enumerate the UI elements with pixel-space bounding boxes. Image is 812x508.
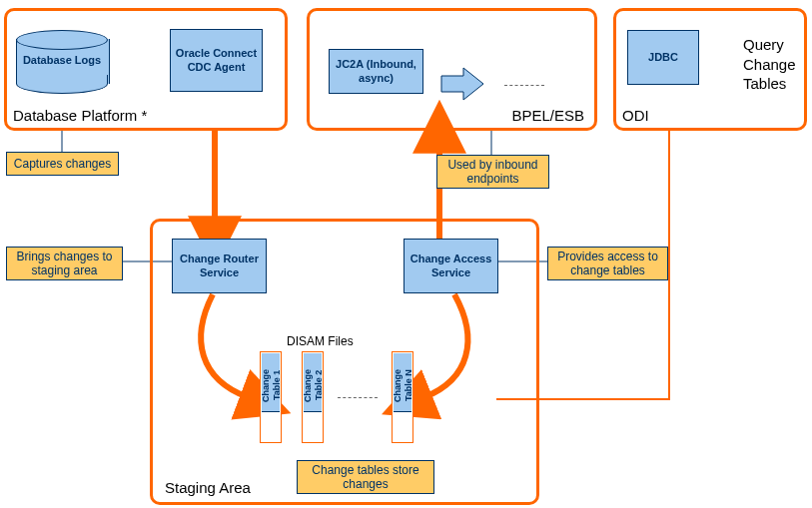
- db-logs-cylinder: Database Logs: [16, 30, 108, 93]
- node-access: Change Access Service: [404, 239, 498, 293]
- node-cdc-agent: Oracle Connect CDC Agent: [170, 29, 263, 92]
- note-used-by: Used by inbound endpoints: [436, 155, 549, 189]
- node-jdbc: JDBC: [627, 30, 699, 85]
- diagram-canvas: Database Platform * Database Logs Oracle…: [0, 0, 812, 508]
- note-brings-label: Brings changes to staging area: [9, 250, 120, 278]
- note-captures-label: Captures changes: [14, 157, 111, 171]
- ellipsis-bpel: [504, 85, 544, 86]
- note-brings: Brings changes to staging area: [6, 247, 123, 280]
- node-jc2a: JC2A (Inbound, async): [329, 49, 423, 94]
- note-provides: Provides access to change tables: [547, 247, 668, 280]
- note-store-label: Change tables store changes: [300, 463, 431, 492]
- change-table-n-label: Change Table N: [393, 356, 412, 414]
- node-cdc-agent-label: Oracle Connect CDC Agent: [171, 47, 262, 73]
- ellipsis-ctables: [338, 397, 378, 398]
- change-table-2: Change Table 2: [302, 351, 324, 443]
- change-table-n: Change Table N: [392, 351, 413, 443]
- node-router: Change Router Service: [172, 239, 267, 293]
- node-jdbc-label: JDBC: [648, 51, 678, 64]
- change-table-2-label: Change Table 2: [303, 356, 323, 414]
- region-title-bpel: BPEL/ESB: [511, 107, 584, 124]
- db-logs-label: Database Logs: [16, 54, 108, 67]
- region-title-staging: Staging Area: [165, 479, 251, 496]
- change-table-1: Change Table 1: [260, 351, 282, 443]
- region-title-odi: ODI: [622, 107, 649, 124]
- note-provides-label: Provides access to change tables: [550, 250, 665, 278]
- change-table-1-label: Change Table 1: [261, 356, 281, 414]
- odi-side-label: Query Change Tables: [743, 35, 803, 94]
- disam-files-label: DISAM Files: [287, 334, 354, 348]
- node-jc2a-label: JC2A (Inbound, async): [330, 58, 422, 84]
- note-used-by-label: Used by inbound endpoints: [439, 158, 546, 187]
- note-captures: Captures changes: [6, 152, 119, 176]
- node-router-label: Change Router Service: [173, 253, 266, 278]
- node-access-label: Change Access Service: [405, 253, 497, 278]
- note-store: Change tables store changes: [297, 460, 434, 494]
- region-title-db: Database Platform *: [13, 107, 147, 124]
